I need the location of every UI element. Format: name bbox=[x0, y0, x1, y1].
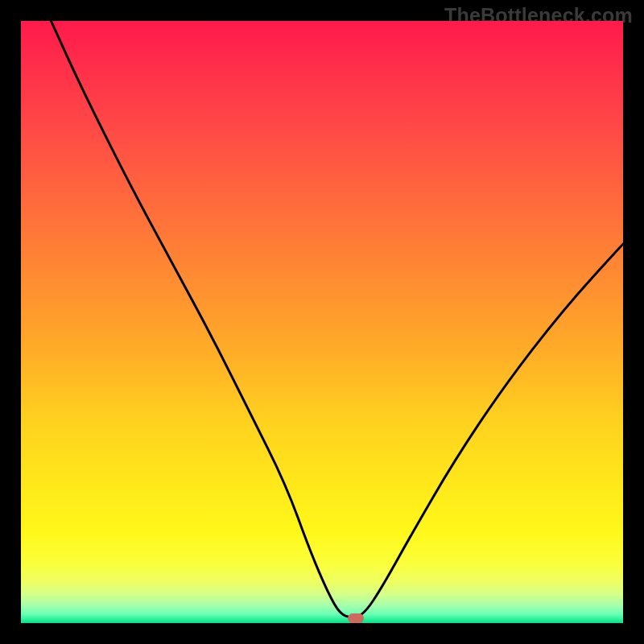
chart-frame: TheBottleneck.com bbox=[0, 0, 644, 644]
plot-area bbox=[21, 21, 623, 623]
optimal-point-marker bbox=[348, 613, 364, 623]
bottleneck-curve bbox=[21, 21, 623, 623]
